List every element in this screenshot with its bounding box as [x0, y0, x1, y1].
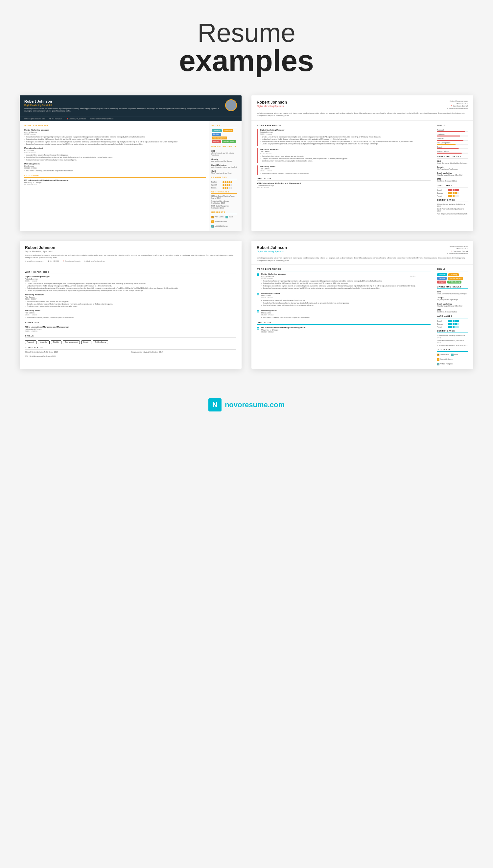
r2-job1-date: 06/2017 – present	[260, 133, 413, 135]
resume-4-right: SKILLS Teamwork Leadership Flexibility T…	[434, 265, 473, 368]
interest-videogames: 🎮 Video Games	[211, 216, 223, 219]
interests-row: 🎮 Video Games ♪ Music ⚡ Renewable Energy…	[211, 216, 237, 228]
footer-domain-prefix: novoresume	[225, 400, 268, 409]
resume-1-cert-title: CERTIFICATES	[211, 191, 237, 194]
r3-skill-6: Problem Solving	[93, 340, 108, 344]
resume-1-lang-title: LANGUAGES	[211, 176, 237, 179]
resume-4-title: Digital Marketing Specialist	[257, 250, 287, 253]
footer-logo: N	[208, 398, 221, 411]
r4-mktg-seo: SEO	[437, 291, 468, 293]
r2-phone: ☎ 044 412 2019	[447, 103, 468, 105]
resume-card-2: Robert Johnson Digital Marketing Special…	[252, 96, 473, 231]
r4-phone: ☎ 044 412 2019	[447, 248, 468, 250]
mktg-seo-text: Ahrefs, Semrush and Link-building Techni…	[211, 152, 237, 157]
r4-job3-title: Marketing Intern	[261, 310, 310, 311]
skill-leadership: Leadership	[223, 129, 233, 132]
page-footer: N novoresume.com	[0, 389, 493, 421]
r4-interest-renewable: ⚡ Renewable Energy	[437, 358, 453, 361]
r2-red-bar-1	[257, 129, 258, 146]
r4-skill-leadership: Leadership	[448, 273, 459, 276]
skill-flexibility: Flexibility	[212, 133, 221, 136]
r3-job2-title: Marketing Assistant	[25, 294, 236, 296]
r2-location: 📍 Copenhagen, Denmark	[447, 105, 468, 107]
cert-1: SEMrush Content Marketing Toolkit Course…	[211, 195, 237, 199]
edu-1-school: University of Chicago	[24, 182, 206, 184]
resume-3-body: WORK EXPERIENCE Digital Marketing Manage…	[20, 265, 241, 362]
r3-cert-3: PCM - Digital Management Certification (…	[25, 355, 130, 357]
resume-2-header: Robert Johnson Digital Marketing Special…	[252, 96, 473, 121]
page-title-light: Resume	[6, 20, 487, 46]
resume-grid: Robert Johnson Digital Marketing Special…	[0, 89, 493, 389]
r2-skill-problem: Problem Solving	[437, 150, 468, 153]
job-2-company: Riot Games	[24, 149, 206, 151]
r4-circle-3	[257, 310, 259, 312]
mktg-google: Google	[211, 158, 237, 160]
r3-skill-5: Empathy	[81, 340, 92, 344]
r4-skill-time: Time Management	[448, 277, 463, 280]
resume-1-photo	[225, 99, 237, 111]
resume-card-3: Robert Johnson Digital Marketing Special…	[20, 241, 241, 369]
r4-interests-title: INTERESTS	[437, 349, 468, 352]
interest-renewable: ⚡ Renewable Energy	[211, 220, 227, 223]
resume-3-desc: Marketing professional with proven exper…	[25, 254, 236, 259]
r4-skill-teamwork: Teamwork	[437, 273, 447, 276]
job-3-title: Marketing Intern	[24, 163, 206, 165]
resume-1-header-text: Robert Johnson Digital Marketing Special…	[24, 99, 222, 112]
skill-teamwork: Teamwork	[212, 129, 222, 132]
r4-linkedin: in linkedin.com/in/robertjohnson	[447, 253, 468, 255]
r4-circle-2	[257, 293, 259, 295]
job-1-bullet-4: Located and proposed new potential busin…	[24, 143, 206, 145]
lang-spanish: Spanish	[211, 184, 237, 186]
r2-cert-3: PCM - Digital Management Certification (…	[437, 213, 468, 215]
interest-ai: 🤖 Artificial Intelligence	[211, 225, 228, 228]
edu-1-date: 08/2014 – 08/2018	[24, 184, 206, 186]
r4-skill-flexibility: Flexibility	[437, 277, 447, 280]
resume-2-left: WORK EXPERIENCE Digital Marketing Manage…	[252, 121, 434, 220]
r4-cert-3: PCM - Digital Management Certification (…	[437, 345, 468, 347]
r2-job3-title: Marketing Intern	[260, 165, 309, 167]
r2-linkedin: in linkedin.com/in/robertjohnson	[447, 107, 468, 110]
r4-circle-1	[257, 273, 259, 276]
resume-1-linkedin: in linkedin.com/in/robertjohnson	[90, 118, 113, 120]
cert-2: Google Analytics Individual Qualificatio…	[211, 200, 237, 204]
r4-job3-company: Riot Games	[261, 312, 310, 314]
r4-lang-spanish: Spanish	[437, 323, 468, 325]
r3-edu-title: EDUCATION	[25, 321, 236, 324]
r2-job1-title: Digital Marketing Manager	[260, 129, 413, 131]
r2-cert-1: SEMrush Content Marketing Toolkit Course…	[437, 204, 468, 208]
r2-job2-date: 4/2015 – 06/2017	[260, 153, 348, 154]
cert-3: PCM - Digital Management Certification (…	[211, 205, 237, 209]
r4-work-title: WORK EXPERIENCE	[257, 268, 431, 271]
r3-skill-3: Flexibility	[51, 340, 62, 344]
resume-2-contacts: ✉ robert@novoresume.com ☎ 044 412 2019 📍…	[447, 100, 468, 110]
r2-mktg-email: Email Marketing	[437, 172, 468, 174]
page-title-bold: examples	[6, 46, 487, 76]
r4-skill-problem: Problem Solving	[447, 281, 462, 284]
r4-skill-tags: Teamwork Leadership Flexibility Time Man…	[437, 273, 468, 284]
r4-job3: Marketing Intern Riot Games 08/2014 – 04…	[257, 310, 431, 319]
r2-mktg-seo: SEO	[437, 160, 468, 162]
resume-2-name: Robert Johnson	[257, 100, 287, 105]
resume-2-title: Digital Marketing Specialist	[257, 105, 287, 107]
r4-skill-empathy: Empathy	[437, 281, 446, 284]
r4-interest-games: 🎮 Video Games	[437, 354, 449, 356]
mktg-seo: SEO	[211, 150, 237, 152]
resume-1-skills-title: SKILLS	[211, 124, 237, 127]
r4-job1-company: Astoria Baumax New York	[261, 275, 415, 277]
r4-lang-french: French	[437, 326, 468, 328]
r4-mktg-google: Google	[437, 297, 468, 299]
resume-1-work-title: WORK EXPERIENCE	[24, 124, 206, 127]
r4-mktg-cms: CMS	[437, 309, 468, 311]
job-2-date: 4/2015 – 06/2017	[24, 152, 206, 153]
job-3-note: Was offered a marketing assistant job af…	[24, 170, 206, 172]
r2-mktg-google: Google	[437, 166, 468, 168]
r4-job2-title: Marketing Assistant	[261, 292, 349, 294]
resume-4-header: Robert Johnson Digital Marketing Special…	[252, 241, 473, 265]
r3-edu-school: University of Chicago	[25, 328, 236, 330]
resume-4-contacts: ✉ robert@novoresume.com ☎ 044 412 2019 📍…	[447, 245, 468, 255]
lang-english: English	[211, 181, 237, 183]
r3-skills-title: SKILLS	[25, 335, 236, 338]
r3-job1-date: 06/2017 – present	[25, 280, 236, 282]
skill-timemanagement: Time Management	[212, 137, 227, 140]
r3-job1-title: Digital Marketing Manager	[25, 276, 236, 277]
